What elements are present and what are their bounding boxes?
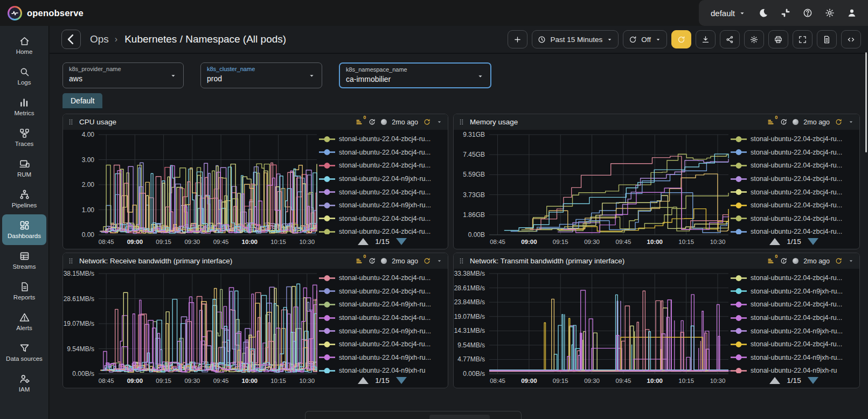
brand[interactable]: openobserve (8, 6, 84, 20)
org-selector[interactable]: default (711, 9, 746, 18)
legend-page-up-icon[interactable] (358, 377, 369, 384)
panel-menu-caret-icon[interactable] (848, 118, 855, 125)
cache-warning-icon[interactable] (780, 257, 788, 265)
legend-item[interactable]: stonal-ubuntu-22.04-zbcj4-ru... (319, 212, 446, 226)
legend-item[interactable]: stonal-ubuntu-22.04-n9jxh-ru (319, 364, 446, 373)
cache-warning-icon[interactable] (368, 257, 376, 265)
legend-item[interactable]: stonal-ubuntu-22.04-zbcj4-ru... (319, 311, 446, 325)
panel-refresh-icon[interactable] (835, 118, 843, 126)
legend-item[interactable]: stonal-ubuntu-22.04-n9jxh-ru... (319, 199, 446, 212)
sidebar-item-home[interactable]: Home (2, 30, 46, 61)
time-range-selector[interactable]: Past 15 Minutes (532, 30, 619, 48)
person-icon[interactable] (846, 8, 857, 18)
legend-item[interactable]: stonal-ubuntu-22.04-n9jxh-ru... (731, 351, 857, 365)
legend-item[interactable]: stonal-ubuntu-22.04-n9jxh-ru (731, 364, 857, 373)
sidebar-item-metrics[interactable]: Metrics (2, 92, 46, 122)
panel-menu-caret-icon[interactable] (436, 118, 443, 125)
panel-refresh-icon[interactable] (423, 257, 431, 265)
legend-page-down-icon[interactable] (396, 377, 407, 384)
slack-icon[interactable] (780, 8, 791, 18)
legend-item[interactable]: stonal-ubuntu-22.04-n9jxh-ru... (731, 324, 857, 338)
breadcrumb-folder[interactable]: Ops (90, 33, 109, 45)
moon-icon[interactable] (758, 8, 769, 18)
filter-k8s_provider_name[interactable]: k8s_provider_nameaws (63, 62, 184, 88)
panel-refresh-icon[interactable] (835, 257, 843, 265)
sidebar-item-logs[interactable]: Logs (2, 61, 46, 92)
legend-item[interactable]: stonal-ubuntu-22.04-zbcj4-ru... (731, 212, 857, 226)
legend-item[interactable]: stonal-ubuntu-22.04-n9jxh-ru... (319, 324, 446, 338)
legend-item[interactable]: stonal-ubuntu-22.04-zbcj4-ru... (319, 146, 446, 159)
sidebar-item-iam[interactable]: IAM (2, 368, 46, 399)
legend-item[interactable]: stonal-ubuntu-22.04-zbcj4-ru... (731, 146, 857, 159)
back-button[interactable] (61, 30, 81, 49)
panel-refresh-icon[interactable] (423, 118, 431, 126)
legend-item[interactable]: stonal-ubuntu-22.04-n9jxh-ru... (319, 172, 446, 186)
legend-item[interactable]: stonal-ubuntu-22.04-zbcj4-ru... (319, 338, 446, 351)
download-button[interactable] (696, 30, 716, 48)
legend-item[interactable]: stonal-ubuntu-22.04-zbcj4-ru... (319, 159, 446, 172)
legend-page-up-icon[interactable] (769, 238, 780, 245)
refresh-button[interactable] (671, 30, 691, 48)
legend-item[interactable]: stonal-ubuntu-22.04-zbcj4-ru... (731, 311, 857, 325)
cache-warning-icon[interactable] (780, 118, 788, 126)
legend-item[interactable]: stonal-ubuntu-22.04-zbcj4-ru... (731, 199, 857, 212)
share-button[interactable] (720, 30, 740, 48)
legend-page-down-icon[interactable] (808, 377, 818, 384)
legend-item[interactable]: stonal-ubuntu-22.04-n9jxh-ru... (319, 351, 446, 365)
auto-refresh-selector[interactable]: Off (623, 30, 667, 48)
sidebar-item-alerts[interactable]: Alerts (2, 306, 46, 337)
filter-k8s_namespace_name[interactable]: k8s_namespace_nameca-immobilier (339, 62, 491, 88)
sidebar-item-rum[interactable]: RUM (2, 153, 46, 184)
legend-page-down-icon[interactable] (396, 238, 407, 245)
sidebar-item-data-sources[interactable]: Data sources (2, 337, 46, 368)
panel-menu-caret-icon[interactable] (436, 257, 443, 264)
legend-item[interactable]: stonal-ubuntu-22.04-zbcj4-ru... (319, 271, 446, 285)
legend-page-down-icon[interactable] (808, 238, 818, 245)
legend-item[interactable]: stonal-ubuntu-22.04-zbcj4-ru... (731, 271, 857, 285)
legend-item[interactable]: stonal-ubuntu-22.04-zbcj4-ru... (731, 159, 857, 172)
legend-item[interactable]: stonal-ubuntu-22.04-n9jxh-ru... (319, 298, 446, 311)
chart-area[interactable]: 38.15MB/s28.61MB/s19.07MB/s9.54MB/s0.00B… (63, 269, 319, 388)
document-button[interactable] (817, 30, 837, 48)
legend-item[interactable]: stonal-ubuntu-22.04-n9jxh-ru... (731, 285, 857, 298)
sidebar-item-traces[interactable]: Traces (2, 122, 46, 153)
filter-k8s_cluster_name[interactable]: k8s_cluster_nameprod (200, 62, 322, 88)
drag-handle-icon[interactable] (457, 118, 466, 126)
legend-item[interactable]: stonal-ubuntu-22.04-zbcj4-ru... (319, 225, 446, 234)
panel-menu-caret-icon[interactable] (848, 257, 855, 264)
sidebar-item-reports[interactable]: Reports (2, 276, 46, 306)
query-report-icon[interactable]: 0 (355, 257, 363, 265)
chart-area[interactable]: 4.003.002.001.000.0008:4509:0009:1509:30… (63, 130, 319, 249)
gear-icon[interactable] (824, 8, 835, 18)
drag-handle-icon[interactable] (457, 257, 466, 265)
code-button[interactable] (841, 30, 861, 48)
legend-item[interactable]: stonal-ubuntu-22.04-zbcj4-ru... (319, 185, 446, 199)
add-panel-button[interactable] (508, 30, 527, 48)
cache-warning-icon[interactable] (368, 118, 376, 126)
sidebar-item-dashboards[interactable]: Dashboards (2, 214, 46, 245)
scrollbar-thumb[interactable] (865, 52, 867, 152)
legend-page-up-icon[interactable] (769, 377, 780, 384)
legend-item[interactable]: stonal-ubuntu-22.04-zbcj4-ru... (731, 338, 857, 351)
tab-default[interactable]: Default (63, 93, 102, 110)
chart-area[interactable]: 33.38MB/s28.61MB/s23.84MB/s19.07MB/s14.3… (454, 269, 731, 388)
drag-handle-icon[interactable] (67, 118, 75, 126)
legend-item[interactable]: stonal-ubuntu-22.04-zbcj4-ru... (731, 225, 857, 234)
chart-area[interactable]: 9.31GB7.45GB5.59GB3.73GB1.86GB0.00B08:45… (454, 130, 731, 249)
legend-item[interactable]: stonal-ubuntu-22.04-zbcj4-ru... (731, 185, 857, 199)
printer-button[interactable] (768, 30, 788, 48)
legend-item[interactable]: stonal-ubuntu-22.04-zbcj4-ru... (731, 298, 857, 311)
query-report-icon[interactable]: 0 (355, 118, 363, 126)
query-report-icon[interactable]: 0 (767, 118, 775, 126)
help-icon[interactable] (802, 8, 813, 18)
sidebar-item-streams[interactable]: Streams (2, 245, 46, 276)
legend-item[interactable]: stonal-ubuntu-22.04-zbcj4-ru... (319, 132, 446, 146)
legend-item[interactable]: stonal-ubuntu-22.04-zbcj4-ru... (731, 172, 857, 186)
sidebar-item-pipelines[interactable]: Pipelines (2, 184, 46, 214)
legend-item[interactable]: stonal-ubuntu-22.04-zbcj4-ru... (319, 285, 446, 298)
query-report-icon[interactable]: 0 (767, 257, 775, 265)
gear-button[interactable] (744, 30, 764, 48)
fullscreen-button[interactable] (793, 30, 813, 48)
legend-page-up-icon[interactable] (358, 238, 369, 245)
legend-item[interactable]: stonal-ubuntu-22.04-zbcj4-ru... (731, 132, 857, 146)
